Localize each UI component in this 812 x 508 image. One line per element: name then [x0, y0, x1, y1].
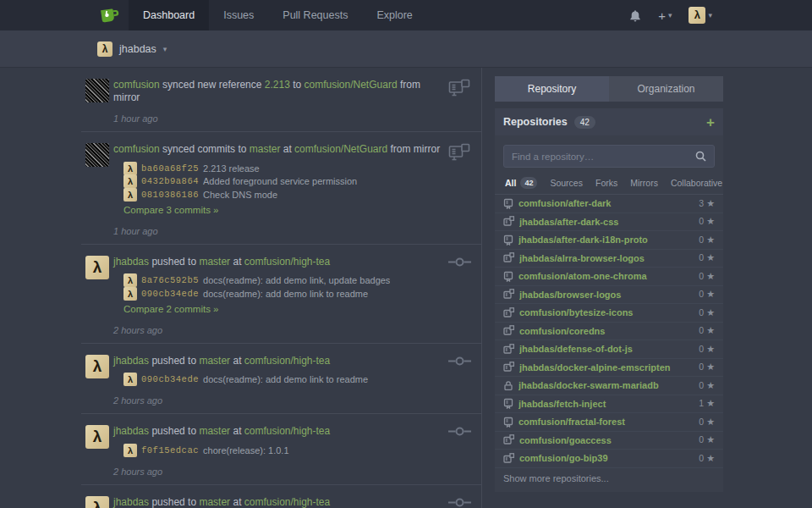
filter-all[interactable]: All42 [505, 177, 537, 189]
context-user-name[interactable]: jhabdas [119, 43, 156, 55]
repo-list-item[interactable]: comfusion/fractal-forest0 ★ [495, 413, 723, 432]
context-user-avatar[interactable]: λ [97, 41, 112, 57]
commit-message: 2.213 release [203, 163, 260, 174]
repo-list-item[interactable]: comfusion/after-dark3 ★ [495, 195, 723, 213]
lock-icon [503, 380, 513, 391]
feed-link[interactable]: 2.213 [265, 79, 290, 91]
commit-sha[interactable]: 0432b9a864 [141, 176, 199, 186]
create-new-dropdown[interactable]: + ▾ [658, 9, 672, 22]
feed-link[interactable]: comfusion/NetGuard [304, 79, 398, 91]
compare-commits-link[interactable]: Compare 2 commits » [123, 304, 218, 314]
repo-list-item[interactable]: jhabdas/defense-of-dot-js0 ★ [495, 340, 723, 359]
feed-text: at [280, 143, 294, 155]
repo-star-count: 0 ★ [699, 289, 715, 300]
actor-avatar[interactable]: λ [85, 425, 109, 449]
commit-sha[interactable]: f0f15edcac [141, 445, 199, 456]
feed-link[interactable]: master [199, 425, 230, 437]
repo-name-link[interactable]: comfusion/coredns [519, 326, 694, 336]
feed-link[interactable]: comfusion/high-tea [244, 496, 330, 508]
repo-search-input[interactable] [503, 145, 715, 168]
repo-list-item[interactable]: comfusion/atom-one-chroma0 ★ [495, 268, 723, 286]
filter-collaborative[interactable]: Collaborative [671, 178, 722, 188]
repo-name-link[interactable]: jhabdas/after-dark-i18n-proto [518, 235, 694, 245]
repo-name-link[interactable]: jhabdas/browser-logos [519, 290, 694, 300]
feed-link[interactable]: jhabdas [113, 496, 149, 508]
nav-item-explore[interactable]: Explore [362, 0, 426, 30]
feed-text: pushed to [149, 496, 199, 508]
feed-link[interactable]: master [199, 355, 230, 367]
repo-name-link[interactable]: jhabdas/defense-of-dot-js [519, 344, 694, 354]
repo-name-link[interactable]: jhabdas/alrra-browser-logos [519, 253, 694, 263]
feed-link[interactable]: comfusion/high-tea [244, 355, 330, 367]
feed-link[interactable]: master [199, 496, 230, 508]
repo-star-count: 1 ★ [699, 398, 715, 409]
commit-sha[interactable]: 090cb34ede [141, 289, 199, 299]
actor-avatar[interactable] [85, 143, 109, 167]
search-icon[interactable] [695, 150, 706, 165]
repo-list-item[interactable]: jhabdas/docker-alpine-emscripten0 ★ [495, 359, 723, 378]
feed-link[interactable]: comfusion/high-tea [244, 256, 330, 268]
show-more-repositories-link[interactable]: Show more repositories... [495, 468, 723, 490]
repo-list-item[interactable]: jhabdas/browser-logos0 ★ [495, 286, 723, 305]
feed-link[interactable]: jhabdas [113, 355, 149, 367]
commit-list: λba60a68f252.213 releaseλ0432b9a864Added… [123, 162, 447, 202]
nav-item-dashboard[interactable]: Dashboard [129, 0, 209, 30]
nav-item-issues[interactable]: Issues [209, 0, 268, 30]
new-repository-button[interactable]: + [706, 115, 715, 130]
actor-avatar[interactable]: λ [85, 496, 109, 508]
feed-link[interactable]: master [199, 256, 230, 268]
repo-list-item[interactable]: jhabdas/fetch-inject1 ★ [495, 395, 723, 414]
feed-link[interactable]: comfusion/NetGuard [294, 143, 387, 155]
filter-mirrors[interactable]: Mirrors [630, 178, 658, 188]
repo-name-link[interactable]: comfusion/fractal-forest [518, 417, 694, 427]
repo-name-link[interactable]: comfusion/bytesize-icons [519, 307, 694, 318]
compare-commits-link[interactable]: Compare 3 commits » [123, 205, 218, 215]
filter-forks[interactable]: Forks [595, 178, 617, 188]
star-icon: ★ [706, 453, 715, 463]
repo-list-item[interactable]: comfusion/coredns0 ★ [495, 323, 723, 341]
actor-avatar[interactable]: λ [85, 256, 109, 279]
feed-timestamp: 1 hour ago [113, 226, 447, 236]
filter-sources[interactable]: Sources [550, 178, 583, 188]
commit-sha[interactable]: 0810386186 [141, 190, 199, 200]
repo-list-item[interactable]: comfusion/go-bip390 ★ [495, 450, 723, 468]
notifications-bell-icon[interactable] [629, 9, 641, 22]
feed-link[interactable]: comfusion/high-tea [244, 425, 330, 437]
repo-star-count: 3 ★ [699, 198, 715, 209]
repo-name-link[interactable]: comfusion/atom-one-chroma [518, 271, 694, 281]
commit-sha[interactable]: 090cb34ede [141, 374, 199, 384]
feed-link[interactable]: jhabdas [113, 425, 149, 437]
actor-avatar[interactable]: λ [85, 355, 109, 378]
repo-name-link[interactable]: comfusion/go-bip39 [519, 453, 694, 463]
user-menu-dropdown[interactable]: λ ▾ [689, 7, 712, 24]
actor-avatar[interactable] [85, 79, 109, 102]
repo-name-link[interactable]: jhabdas/after-dark-css [519, 217, 694, 227]
repo-list-item[interactable]: jhabdas/alrra-browser-logos0 ★ [495, 250, 723, 268]
repo-name-link[interactable]: comfusion/after-dark [518, 198, 694, 208]
nav-item-pull-requests[interactable]: Pull Requests [268, 0, 362, 30]
repo-list-item[interactable]: comfusion/bytesize-icons0 ★ [495, 304, 723, 323]
repo-list-item[interactable]: jhabdas/docker-swarm-mariadb0 ★ [495, 377, 723, 395]
feed-link[interactable]: comfusion [113, 79, 160, 91]
feed-link[interactable]: jhabdas [113, 256, 149, 268]
feed-item: comfusion synced new reference 2.213 to … [81, 68, 481, 132]
filter-count-badge: 42 [520, 177, 537, 189]
chevron-down-icon[interactable]: ▾ [163, 45, 167, 53]
repo-clone-icon [503, 325, 514, 336]
repo-name-link[interactable]: jhabdas/docker-alpine-emscripten [519, 362, 694, 373]
commit-sha[interactable]: ba60a68f25 [141, 163, 199, 174]
repo-name-link[interactable]: jhabdas/docker-swarm-mariadb [518, 380, 694, 390]
feed-link[interactable]: master [250, 143, 281, 155]
gitea-logo[interactable] [98, 5, 120, 25]
repo-star-count: 0 ★ [699, 325, 715, 336]
tab-organization[interactable]: Organization [609, 76, 723, 102]
repo-list-item[interactable]: jhabdas/after-dark-i18n-proto0 ★ [495, 231, 723, 250]
repo-name-link[interactable]: comfusion/goaccess [519, 435, 694, 445]
commit-sha[interactable]: 8a76c592b5 [141, 275, 199, 285]
feed-item: λjhabdas pushed to master at comfusion/h… [81, 344, 481, 415]
tab-repository[interactable]: Repository [495, 76, 609, 102]
repo-list-item[interactable]: jhabdas/after-dark-css0 ★ [495, 213, 723, 232]
feed-link[interactable]: comfusion [113, 143, 160, 155]
repo-list-item[interactable]: comfusion/goaccess0 ★ [495, 432, 723, 450]
repo-name-link[interactable]: jhabdas/fetch-inject [518, 399, 694, 409]
